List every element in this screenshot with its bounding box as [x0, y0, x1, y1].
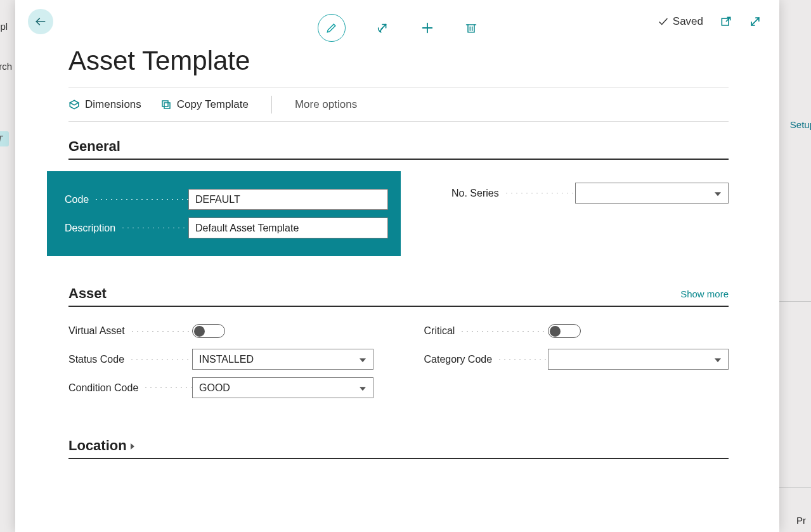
status-code-label: Status Code: [68, 354, 192, 365]
copy-template-label: Copy Template: [177, 98, 249, 111]
more-options-label: More options: [295, 98, 357, 110]
expand-icon: [749, 15, 762, 28]
svg-line-4: [381, 25, 386, 29]
critical-label: Critical: [424, 325, 548, 337]
open-new-window-icon: [720, 15, 732, 28]
section-asset: Asset Show more Virtual Asset Status Cod…: [68, 285, 729, 406]
bg-right-strip: Setup Pr: [779, 0, 811, 532]
dimensions-action[interactable]: Dimensions: [68, 98, 141, 111]
description-label: Description: [65, 223, 188, 234]
svg-line-3: [751, 18, 759, 25]
dimensions-label: Dimensions: [85, 98, 141, 111]
bg-left-label-1: mpl: [0, 21, 8, 32]
more-options-action[interactable]: More options: [295, 98, 357, 111]
section-general: General Code Description: [68, 138, 729, 256]
copy-template-action[interactable]: Copy Template: [160, 98, 249, 111]
trash-icon: [465, 21, 477, 35]
page-content: Asset Template Dimensions Copy Template …: [15, 41, 779, 472]
pencil-icon: [325, 22, 338, 34]
edit-button[interactable]: [318, 14, 346, 42]
svg-marker-9: [70, 100, 79, 105]
saved-indicator: Saved: [658, 15, 703, 28]
no-series-label: No. Series: [451, 188, 575, 199]
back-button[interactable]: [28, 9, 53, 34]
condition-code-label: Condition Code: [68, 382, 192, 394]
check-icon: [658, 16, 669, 27]
arrow-left-icon: [34, 15, 47, 28]
condition-code-select[interactable]: [192, 377, 373, 398]
plus-icon: [420, 21, 434, 35]
page-title: Asset Template: [68, 46, 729, 76]
new-button[interactable]: [420, 21, 434, 35]
bg-right-setup-label: Setup: [790, 119, 811, 130]
status-code-select[interactable]: [192, 349, 373, 370]
topbar-center: [318, 14, 477, 42]
virtual-asset-label: Virtual Asset: [68, 325, 192, 337]
share-button[interactable]: [376, 21, 390, 35]
section-location: Location: [68, 438, 729, 459]
action-divider: [271, 96, 272, 114]
expand-button[interactable]: [749, 15, 762, 28]
virtual-asset-toggle[interactable]: [192, 324, 225, 338]
code-input[interactable]: [188, 189, 388, 210]
saved-label: Saved: [673, 15, 703, 28]
svg-rect-10: [164, 103, 170, 108]
copy-icon: [160, 99, 172, 110]
code-label: Code: [65, 194, 188, 205]
section-asset-title: Asset: [68, 285, 107, 302]
bg-left-tag: T: [0, 131, 9, 146]
bg-left-strip: mpl arch T: [0, 0, 15, 532]
no-series-select[interactable]: [575, 183, 729, 204]
open-new-window-button[interactable]: [720, 15, 732, 28]
section-general-title: General: [68, 138, 120, 155]
section-location-title[interactable]: Location: [68, 438, 134, 454]
bg-left-label-2: arch: [0, 61, 12, 72]
action-bar: Dimensions Copy Template More options: [68, 88, 729, 122]
share-icon: [376, 21, 390, 35]
svg-rect-11: [162, 101, 168, 107]
dimensions-icon: [68, 99, 80, 110]
critical-toggle[interactable]: [548, 324, 581, 338]
highlight-box: Code Description: [47, 171, 401, 256]
category-code-label: Category Code: [424, 354, 548, 365]
bg-right-footer-label: Pr: [796, 515, 806, 526]
modal-panel: Saved Asset Template Dimen: [15, 0, 779, 532]
category-code-select[interactable]: [548, 349, 729, 370]
show-more-link[interactable]: Show more: [680, 289, 729, 299]
delete-button[interactable]: [465, 21, 477, 35]
description-input[interactable]: [188, 217, 388, 238]
